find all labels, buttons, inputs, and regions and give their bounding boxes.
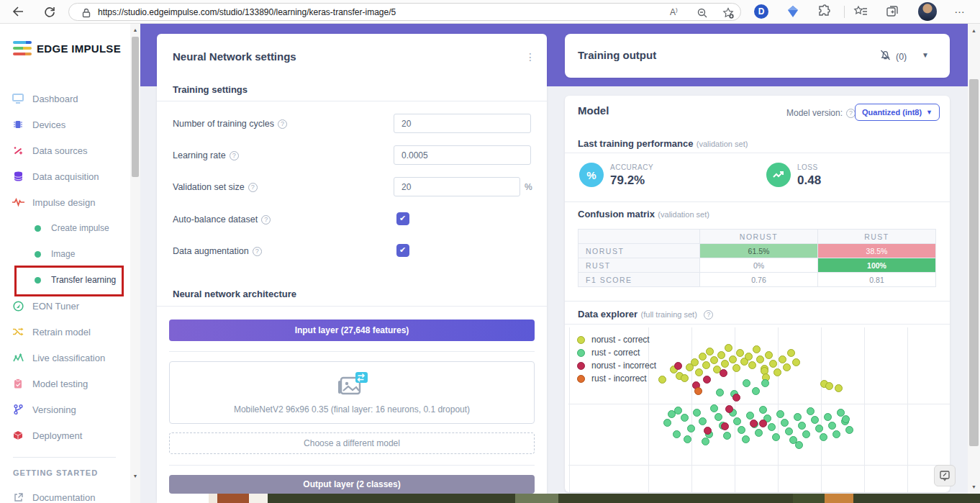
scatter-point[interactable] (704, 427, 712, 435)
scatter-point[interactable] (746, 412, 754, 420)
scatter-point[interactable] (687, 425, 695, 432)
scatter-point[interactable] (752, 387, 760, 395)
sidebar-item-devices[interactable]: Devices (0, 112, 130, 137)
scroll-up-icon[interactable]: ▲ (968, 28, 980, 33)
choose-different-model-button[interactable]: Choose a different model (169, 432, 535, 454)
scatter-point[interactable] (736, 349, 744, 357)
scatter-point[interactable] (792, 358, 800, 366)
scatter-point[interactable] (733, 417, 741, 425)
help-icon[interactable]: ? (278, 119, 287, 129)
scatter-point[interactable] (681, 374, 689, 382)
scatter-point[interactable] (761, 379, 769, 387)
scatter-point[interactable] (815, 425, 823, 432)
help-icon[interactable]: ? (230, 151, 239, 160)
sidebar-item-data-acquisition[interactable]: Data acquisition (0, 163, 130, 189)
sidebar-item-retrain-model[interactable]: Retrain model (0, 319, 130, 345)
input-layer-button[interactable]: Input layer (27,648 features) (169, 320, 535, 341)
sidebar-item-impulse-design[interactable]: Impulse design (0, 189, 130, 215)
scatter-point[interactable] (710, 404, 718, 412)
scatter-point[interactable] (694, 387, 702, 395)
collections-icon[interactable] (885, 4, 899, 19)
data-explorer-scatter-plot[interactable]: norust - correctrust - correctnorust - i… (568, 327, 950, 492)
scatter-point[interactable] (759, 406, 767, 414)
scatter-point[interactable] (725, 405, 733, 413)
scatter-point[interactable] (710, 356, 718, 364)
scatter-point[interactable] (717, 351, 725, 359)
zoom-out-icon[interactable] (697, 7, 708, 19)
scatter-point[interactable] (824, 413, 832, 421)
back-icon[interactable] (11, 5, 24, 18)
scroll-down-icon[interactable]: ▼ (968, 484, 980, 489)
scatter-point[interactable] (748, 361, 756, 369)
scatter-point[interactable] (706, 348, 714, 355)
sidebar-item-dashboard[interactable]: Dashboard (0, 86, 130, 112)
scatter-point[interactable] (684, 435, 691, 443)
scatter-point[interactable] (768, 423, 776, 431)
scatter-point[interactable] (798, 422, 806, 430)
scatter-point[interactable] (745, 353, 753, 361)
selected-model-card[interactable]: MobileNetV2 96x96 0.35 (final layer: 16 … (169, 361, 535, 424)
chevron-down-icon[interactable]: ▼ (922, 51, 929, 59)
extension-diamond-icon[interactable] (786, 4, 800, 19)
scatter-point[interactable] (787, 349, 795, 357)
legend-item[interactable]: norust - correct (577, 335, 656, 345)
training-cycles-input[interactable] (394, 114, 531, 133)
scatter-point[interactable] (702, 438, 709, 445)
scatter-point[interactable] (721, 422, 729, 430)
scatter-point[interactable] (773, 368, 781, 376)
scatter-point[interactable] (832, 430, 840, 438)
scatter-point[interactable] (842, 415, 850, 423)
scatter-point[interactable] (753, 345, 761, 353)
scatter-point[interactable] (732, 364, 740, 372)
scatter-point[interactable] (756, 355, 764, 363)
legend-item[interactable]: norust - incorrect (577, 361, 656, 371)
sidebar-item-create-impulse[interactable]: Create impulse (0, 215, 130, 241)
scatter-point[interactable] (828, 422, 836, 430)
data-augmentation-checkbox[interactable] (396, 244, 409, 257)
scatter-point[interactable] (702, 361, 710, 369)
kebab-menu-icon[interactable]: ⋮ (525, 51, 535, 63)
scatter-point[interactable] (693, 409, 701, 417)
scatter-point[interactable] (835, 384, 843, 392)
scatter-point[interactable] (663, 419, 671, 427)
scatter-point[interactable] (721, 360, 729, 368)
favorites-list-icon[interactable] (853, 4, 868, 19)
browser-profile-avatar[interactable] (918, 2, 937, 21)
scatter-point[interactable] (716, 389, 724, 396)
read-aloud-icon[interactable]: A) (670, 6, 678, 18)
scatter-point[interactable] (795, 441, 803, 449)
scatter-point[interactable] (807, 407, 815, 415)
scatter-point[interactable] (750, 420, 758, 427)
scatter-point[interactable] (765, 351, 773, 359)
scatter-point[interactable] (825, 382, 833, 390)
scatter-point[interactable] (703, 376, 711, 384)
model-version-dropdown[interactable]: Quantized (int8) ▼ (855, 104, 940, 121)
scatter-point[interactable] (714, 413, 722, 421)
scatter-point[interactable] (785, 427, 793, 435)
scatter-point[interactable] (658, 376, 666, 384)
scatter-point[interactable] (738, 426, 745, 434)
auto-balance-checkbox[interactable] (396, 212, 409, 225)
scatter-point[interactable] (755, 429, 763, 437)
scatter-point[interactable] (776, 410, 784, 418)
scatter-point[interactable] (699, 417, 707, 425)
legend-item[interactable]: rust - correct (577, 348, 656, 358)
scatter-point[interactable] (729, 355, 737, 363)
help-icon[interactable]: ? (253, 247, 262, 256)
sidebar-item-model-testing[interactable]: Model testing (0, 371, 130, 396)
scatter-point[interactable] (674, 362, 682, 370)
scroll-down-icon[interactable]: ▼ (130, 473, 140, 479)
legend-item[interactable]: rust - incorrect (577, 373, 656, 384)
validation-set-size-input[interactable] (394, 177, 520, 196)
sidebar-item-data-sources[interactable]: Data sources (0, 137, 130, 163)
help-icon[interactable]: ? (248, 183, 258, 192)
scatter-point[interactable] (668, 410, 676, 418)
sidebar-item-live-classification[interactable]: Live classification (0, 345, 130, 371)
scatter-point[interactable] (691, 358, 699, 366)
scatter-point[interactable] (720, 369, 727, 377)
scatter-point[interactable] (769, 360, 777, 368)
page-scrollbar[interactable]: ▲ ▼ (968, 24, 980, 503)
scatter-point[interactable] (820, 433, 827, 441)
scatter-point[interactable] (743, 379, 750, 387)
scatter-point[interactable] (723, 432, 731, 440)
